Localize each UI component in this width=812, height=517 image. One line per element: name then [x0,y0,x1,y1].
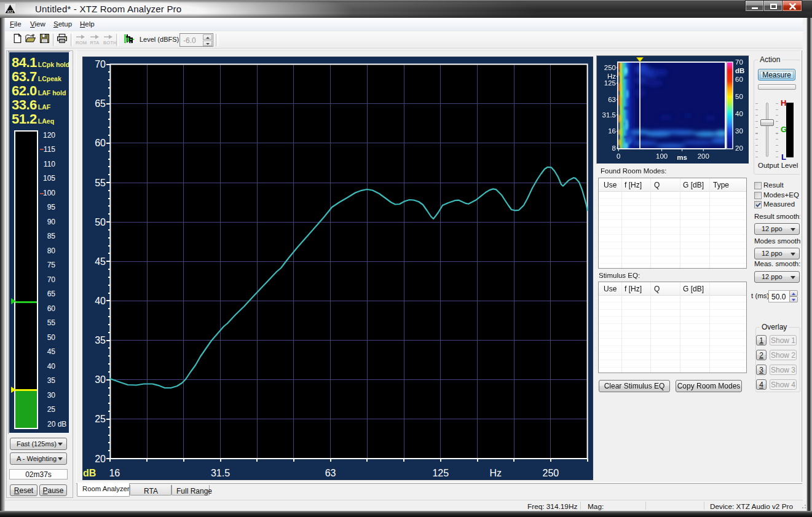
svg-text:30: 30 [735,127,743,135]
svg-text:200: 200 [698,152,709,160]
svg-text:50: 50 [95,217,106,227]
svg-text:250: 250 [543,468,559,478]
svg-text:65: 65 [95,98,106,109]
svg-text:63: 63 [608,96,616,103]
svg-text:55: 55 [95,178,106,188]
svg-text:30: 30 [95,374,106,385]
svg-text:100: 100 [656,152,668,160]
svg-text:70: 70 [735,58,743,66]
svg-text:70: 70 [95,59,106,69]
svg-text:125: 125 [432,468,449,478]
svg-text:20: 20 [95,454,106,464]
svg-text:31.5: 31.5 [211,468,230,478]
svg-text:50: 50 [735,93,743,100]
svg-text:60: 60 [735,76,743,83]
svg-text:8: 8 [612,144,616,152]
svg-text:20: 20 [735,144,743,152]
svg-text:40: 40 [735,110,743,117]
svg-text:16: 16 [608,127,616,135]
svg-text:125: 125 [604,79,616,87]
svg-text:dB: dB [83,468,96,478]
svg-text:25: 25 [95,414,106,424]
svg-text:XTZ: XTZ [7,10,13,14]
svg-text:250: 250 [604,64,616,71]
svg-text:0: 0 [617,152,620,160]
svg-text:dB: dB [735,67,744,74]
svg-text:60: 60 [95,138,106,148]
svg-text:16: 16 [109,468,120,478]
svg-text:63: 63 [325,468,336,478]
svg-text:31.5: 31.5 [602,111,616,119]
svg-text:ms: ms [677,154,687,161]
svg-text:45: 45 [95,256,106,267]
svg-text:40: 40 [95,296,106,306]
svg-text:Hz: Hz [490,468,502,478]
svg-text:35: 35 [95,335,106,345]
